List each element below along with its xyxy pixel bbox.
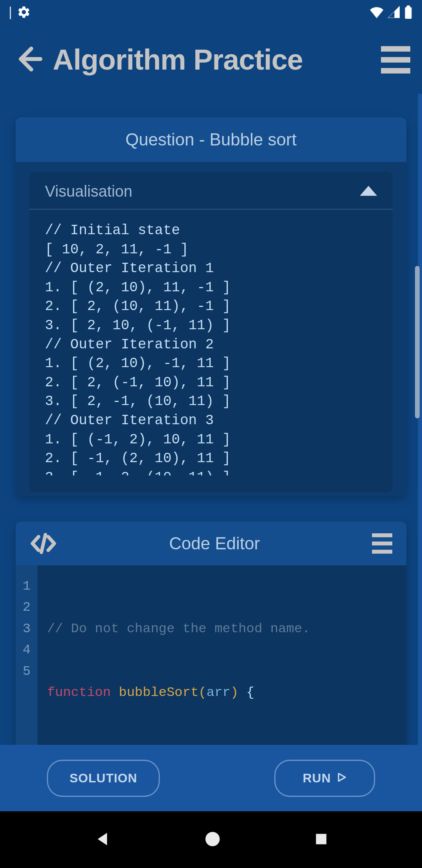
code-editor-card: Code Editor 1 2 3 4 5 // Do not change t… <box>16 522 406 745</box>
nav-recents-icon[interactable] <box>313 831 329 848</box>
svg-marker-4 <box>338 773 345 781</box>
editor-menu-icon[interactable] <box>372 533 392 554</box>
line-number: 5 <box>23 661 30 682</box>
visualisation-panel: Visualisation // Initial state [ 10, 2, … <box>29 172 393 492</box>
app-header: Algorithm Practice <box>0 25 422 94</box>
svg-rect-0 <box>405 7 412 19</box>
code-text-area[interactable]: // Do not change the method name. functi… <box>38 565 406 745</box>
solution-button-label: SOLUTION <box>70 771 137 786</box>
code-line: // Do not change the method name. <box>47 618 399 639</box>
code-editor-header: Code Editor <box>16 522 406 565</box>
question-header: Question - Bubble sort <box>16 117 406 162</box>
code-editor-title: Code Editor <box>57 534 372 553</box>
status-right <box>370 5 412 20</box>
code-line: function bubbleSort(arr) { <box>47 682 399 703</box>
page-scrollbar-track[interactable] <box>418 94 422 745</box>
cell-signal-icon <box>387 5 401 20</box>
solution-button[interactable]: SOLUTION <box>47 760 160 797</box>
visualisation-body[interactable]: // Initial state [ 10, 2, 11, -1 ] // Ou… <box>29 210 393 475</box>
visualisation-section: Visualisation // Initial state [ 10, 2, … <box>16 162 406 496</box>
line-number-gutter: 1 2 3 4 5 <box>16 565 38 745</box>
content-area: Question - Bubble sort Visualisation // … <box>0 94 422 745</box>
line-number: 1 <box>23 576 30 597</box>
chevron-up-icon[interactable] <box>360 185 377 198</box>
menu-icon[interactable] <box>381 46 410 74</box>
nav-home-icon[interactable] <box>204 830 221 849</box>
visualisation-title: Visualisation <box>45 183 132 200</box>
visualisation-header[interactable]: Visualisation <box>29 172 393 210</box>
run-button-label: RUN <box>303 771 331 786</box>
wifi-icon <box>370 5 383 20</box>
visualisation-scrollbar[interactable] <box>415 266 420 418</box>
battery-icon <box>404 5 412 20</box>
line-number: 4 <box>23 639 30 660</box>
system-navbar <box>0 811 422 868</box>
svg-rect-1 <box>407 5 410 8</box>
svg-line-3 <box>41 534 46 552</box>
status-bar <box>0 0 422 25</box>
play-icon <box>336 771 347 786</box>
nav-back-icon[interactable] <box>93 830 112 850</box>
svg-rect-6 <box>316 834 327 844</box>
page-title: Algorithm Practice <box>53 43 371 76</box>
question-card: Question - Bubble sort Visualisation // … <box>16 117 406 496</box>
line-number: 3 <box>23 618 30 639</box>
footer-bar: SOLUTION RUN <box>0 745 422 811</box>
svg-point-5 <box>206 832 220 846</box>
code-icon <box>30 533 57 554</box>
status-indicator-icon <box>10 7 11 19</box>
back-arrow-icon[interactable] <box>12 43 43 76</box>
status-left <box>10 5 31 21</box>
gear-icon <box>17 5 31 21</box>
code-editor-body[interactable]: 1 2 3 4 5 // Do not change the method na… <box>16 565 406 745</box>
line-number: 2 <box>23 597 30 618</box>
run-button[interactable]: RUN <box>274 760 375 797</box>
